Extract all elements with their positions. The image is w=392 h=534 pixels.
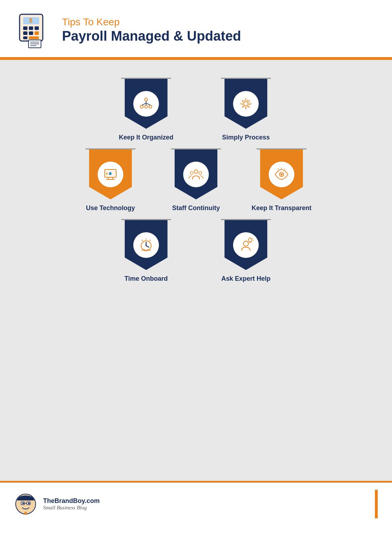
svg-rect-4 [23,26,27,30]
pennant-shape-staff [175,149,217,199]
svg-point-56 [22,502,24,504]
orange-divider [0,57,392,60]
svg-rect-7 [23,31,27,35]
pennant-wrap-time [121,219,171,270]
header: $ Tips To Keep Payroll Managed & Updated [0,0,392,57]
badge-label-transparent: Keep It Transparent [252,204,311,212]
pennant-shape-expert [225,220,267,270]
svg-line-22 [146,103,150,105]
pennant-shape-time [125,220,167,270]
badge-simply-process: Simply Process [210,78,282,141]
pennant-wrap-technology: ▶ 📘 [86,148,135,199]
svg-point-23 [244,102,248,106]
svg-rect-9 [35,31,39,35]
badge-label-expert: Ask Expert Help [221,275,270,283]
badge-row-1: Keep It Organized [21,78,371,141]
badge-label-technology: Use Technology [86,204,135,212]
time-icon [133,232,159,258]
pennant-shape-transparent [260,149,303,199]
badge-staff-continuity: Staff Continuity [160,148,232,212]
svg-point-45 [243,241,248,246]
badge-keep-organized: Keep It Organized [110,78,182,141]
badge-label-time: Time Onboard [124,275,168,283]
staff-icon [183,162,209,187]
svg-point-57 [28,502,30,504]
badge-keep-transparent: Keep It Transparent [246,148,317,212]
footer-brand-name: TheBrandBoy.com [43,497,100,505]
pennant-wrap-staff [171,148,221,199]
svg-rect-5 [29,26,33,30]
header-text: Tips To Keep Payroll Managed & Updated [62,16,241,44]
svg-line-50 [252,238,253,239]
pennant-wrap-organized [121,78,171,129]
svg-point-16 [145,98,148,101]
svg-point-31 [194,170,198,173]
svg-point-46 [248,238,252,242]
footer: TheBrandBoy.com Small Business Blog [0,481,392,525]
footer-tagline: Small Business Blog [43,505,100,511]
svg-point-32 [190,172,193,174]
pennant-shape-organized [125,79,167,129]
pennant-shape-technology: ▶ 📘 [89,149,132,199]
badge-row-3: Time Onboard [21,219,371,283]
svg-point-19 [149,105,152,108]
badge-row-2: ▶ 📘 Use Technology [21,148,371,212]
svg-line-38 [284,169,285,170]
svg-point-18 [145,105,148,108]
pennant-wrap-transparent [257,148,306,199]
badge-label-process: Simply Process [222,134,270,141]
badge-label-staff: Staff Continuity [172,204,220,212]
header-subtitle: Tips To Keep [62,16,241,28]
svg-line-41 [150,240,150,241]
pennant-shape-process [225,79,267,129]
expert-icon [233,232,259,258]
logo-icon: $ [14,11,53,50]
organized-icon [133,91,159,117]
svg-text:▶ 📘: ▶ 📘 [106,172,112,175]
footer-right-bar [375,490,378,518]
footer-brand-group: TheBrandBoy.com Small Business Blog [43,497,100,511]
svg-line-44 [146,246,149,247]
transparent-icon [269,162,294,187]
svg-point-35 [280,173,283,176]
process-icon [233,91,259,117]
svg-point-17 [140,105,143,108]
badge-ask-expert: Ask Expert Help [210,219,282,283]
header-title: Payroll Managed & Updated [62,28,241,45]
main-content: Keep It Organized [0,60,392,481]
svg-line-37 [278,169,279,170]
svg-rect-6 [35,26,39,30]
badge-use-technology: ▶ 📘 Use Technology [75,148,146,212]
svg-line-21 [142,103,146,105]
svg-line-40 [142,240,143,241]
svg-text:$: $ [29,17,32,24]
footer-avatar-icon [14,493,37,516]
badge-label-organized: Keep It Organized [119,134,173,141]
pennant-wrap-expert [221,219,271,270]
svg-point-33 [199,172,202,174]
technology-icon: ▶ 📘 [98,162,123,187]
badge-time-onboard: Time Onboard [110,219,182,283]
svg-rect-11 [29,36,39,39]
svg-rect-8 [29,31,33,35]
svg-rect-10 [23,36,27,39]
pennant-wrap-process [221,78,271,129]
